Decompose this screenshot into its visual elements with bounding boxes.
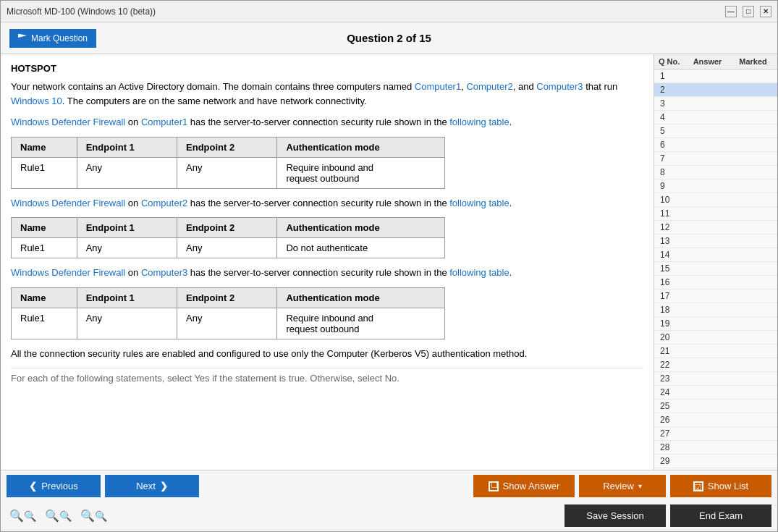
- previous-button[interactable]: ❮ Previous: [7, 475, 101, 497]
- review-label: Review: [603, 481, 634, 491]
- list-item[interactable]: 4: [654, 111, 777, 124]
- table2-col-name: Name: [12, 218, 77, 238]
- zoom-in-button[interactable]: 🔍: [77, 507, 110, 524]
- review-button[interactable]: Review ▾: [579, 475, 666, 497]
- list-item[interactable]: 18: [654, 303, 777, 317]
- chevron-right-icon: ❯: [160, 481, 168, 491]
- question-type: HOTSPOT: [11, 63, 643, 74]
- minimize-button[interactable]: —: [725, 6, 737, 17]
- list-item[interactable]: 24: [654, 386, 777, 400]
- list-item[interactable]: 19: [654, 317, 777, 331]
- table2: Name Endpoint 1 Endpoint 2 Authenticatio…: [11, 217, 445, 258]
- list-item[interactable]: 20: [654, 331, 777, 345]
- question-sidebar: Q No. Answer Marked 1 2 3 4 5 6 7 8 9 10…: [654, 54, 777, 470]
- previous-label: Previous: [41, 481, 78, 491]
- question-footer2: For each of the following statements, se…: [11, 368, 643, 386]
- maximize-button[interactable]: □: [743, 6, 754, 17]
- table2-col-auth: Authentication mode: [277, 218, 445, 238]
- save-session-button[interactable]: Save Session: [565, 504, 666, 527]
- list-item[interactable]: 25: [654, 400, 777, 413]
- list-item[interactable]: 11: [654, 207, 777, 221]
- list-item[interactable]: 9: [654, 180, 777, 193]
- zoom-out-button[interactable]: 🔍: [7, 507, 39, 524]
- list-item[interactable]: 3: [654, 97, 777, 111]
- table2-row1-ep2: Any: [177, 238, 277, 258]
- list-item[interactable]: 8: [654, 166, 777, 180]
- flag-icon: [18, 34, 27, 43]
- table1-col-ep1: Endpoint 1: [77, 137, 177, 157]
- sidebar-col-answer: Answer: [685, 57, 730, 66]
- question-area: HOTSPOT Your network contains an Active …: [1, 54, 654, 470]
- show-list-button[interactable]: ☑ Show List: [670, 475, 771, 497]
- mark-question-button[interactable]: Mark Question: [9, 29, 96, 48]
- table3-row1-auth: Require inbound andrequest outbound: [277, 308, 445, 339]
- table3-col-ep2: Endpoint 2: [177, 287, 277, 308]
- list-item[interactable]: 21: [654, 345, 777, 358]
- list-item[interactable]: 10: [654, 193, 777, 207]
- bottom-actions: 🔍 🔍 🔍 Save Session End Exam: [1, 502, 777, 531]
- close-button[interactable]: ✕: [760, 6, 771, 17]
- table3-row1-ep2: Any: [177, 308, 277, 339]
- table3-row1-name: Rule1: [12, 308, 77, 339]
- table2-row1-ep1: Any: [77, 238, 177, 258]
- question-title: Question 2 of 15: [347, 32, 431, 44]
- title-bar: Microsoft MD-100 (Windows 10 (beta)) — □…: [1, 1, 777, 22]
- list-item[interactable]: 5: [654, 124, 777, 138]
- table1-col-auth: Authentication mode: [277, 137, 445, 157]
- end-exam-label: End Exam: [699, 510, 743, 521]
- list-item[interactable]: 28: [654, 441, 777, 455]
- table1-row1-ep2: Any: [177, 157, 277, 188]
- table-row: Rule1 Any Any Require inbound andrequest…: [12, 157, 445, 188]
- list-item[interactable]: 23: [654, 372, 777, 386]
- end-exam-button[interactable]: End Exam: [670, 504, 771, 527]
- table3-col-ep1: Endpoint 1: [77, 287, 177, 308]
- show-answer-label: Show Answer: [503, 481, 560, 491]
- show-list-label: Show List: [708, 481, 748, 491]
- sidebar-col-qno: Q No.: [656, 57, 685, 66]
- table-row: Rule1 Any Any Require inbound andrequest…: [12, 308, 445, 339]
- table1: Name Endpoint 1 Endpoint 2 Authenticatio…: [11, 137, 445, 189]
- list-item[interactable]: 1: [654, 69, 777, 83]
- table1-col-name: Name: [12, 137, 77, 157]
- list-item[interactable]: 7: [654, 152, 777, 166]
- review-dropdown-icon: ▾: [638, 482, 642, 490]
- list-item[interactable]: 26: [654, 413, 777, 427]
- list-item[interactable]: 6: [654, 138, 777, 152]
- table3-col-auth: Authentication mode: [277, 287, 445, 308]
- list-item[interactable]: 13: [654, 235, 777, 248]
- toolbar: Mark Question Question 2 of 15: [1, 22, 777, 54]
- question-intro: Your network contains an Active Director…: [11, 80, 643, 108]
- zoom-reset-button[interactable]: 🔍: [42, 507, 75, 524]
- table3-intro: Windows Defender Firewall on Computer3 h…: [11, 266, 643, 280]
- list-item[interactable]: 27: [654, 427, 777, 441]
- window-title: Microsoft MD-100 (Windows 10 (beta)): [7, 7, 156, 17]
- table1-intro: Windows Defender Firewall on Computer1 h…: [11, 115, 643, 130]
- table2-row1-name: Rule1: [12, 238, 77, 258]
- list-item[interactable]: 14: [654, 248, 777, 262]
- next-label: Next: [136, 481, 156, 491]
- table3-col-name: Name: [12, 287, 77, 308]
- sidebar-header: Q No. Answer Marked: [654, 54, 777, 69]
- list-item[interactable]: 12: [654, 221, 777, 235]
- list-item[interactable]: 17: [654, 290, 777, 303]
- list-item[interactable]: 29: [654, 455, 777, 468]
- show-list-checkbox-icon: ☑: [693, 481, 703, 491]
- table2-col-ep2: Endpoint 2: [177, 218, 277, 238]
- table1-row1-auth: Require inbound andrequest outbound: [277, 157, 445, 188]
- save-session-label: Save Session: [586, 510, 644, 521]
- show-answer-button[interactable]: ☐ Show Answer: [473, 475, 575, 497]
- table2-intro: Windows Defender Firewall on Computer2 h…: [11, 196, 643, 211]
- list-item[interactable]: 15: [654, 262, 777, 276]
- list-item[interactable]: 16: [654, 276, 777, 290]
- table1-col-ep2: Endpoint 2: [177, 137, 277, 157]
- window-controls: — □ ✕: [725, 6, 771, 17]
- next-button[interactable]: Next ❯: [105, 475, 199, 497]
- bottom-nav: ❮ Previous Next ❯ ☐ Show Answer Review ▾…: [1, 470, 777, 502]
- list-item[interactable]: 22: [654, 358, 777, 372]
- sidebar-col-marked: Marked: [730, 57, 776, 66]
- table3: Name Endpoint 1 Endpoint 2 Authenticatio…: [11, 287, 445, 339]
- question-footer: All the connection security rules are en…: [11, 347, 643, 361]
- mark-question-label: Mark Question: [31, 33, 88, 43]
- list-item[interactable]: 2: [654, 83, 777, 97]
- bottom-bar: ❮ Previous Next ❯ ☐ Show Answer Review ▾…: [1, 470, 777, 531]
